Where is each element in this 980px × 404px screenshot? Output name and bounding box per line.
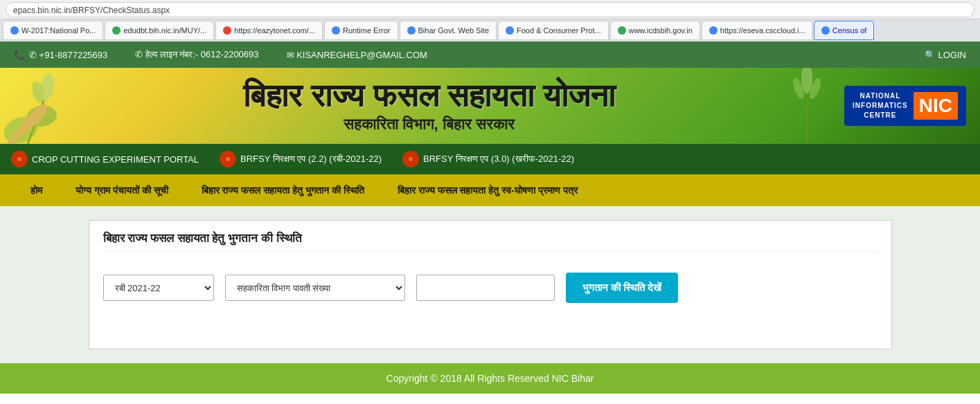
yellow-nav-bar: होम योग्य ग्राम पंचायतों की सूची बिहार र… <box>0 174 980 206</box>
content-box-title: बिहार राज्य फसल सहायता हेतु भुगतान की स्… <box>103 232 877 252</box>
top-info-bar: 📞 ✆ +91-8877225693 ✆ हेल्प लाइन नंबर:- 0… <box>0 42 980 68</box>
tab-label-3: https://eazytonet.com/... <box>234 26 315 35</box>
site-title-main: बिहार राज्य फसल सहायता योजना <box>14 78 844 113</box>
phone-contact: 📞 ✆ +91-8877225693 <box>14 50 107 60</box>
login-link[interactable]: 🔍 LOGIN <box>925 50 966 60</box>
tab-favicon-3 <box>223 26 231 35</box>
header-banner: बिहार राज्य फसल सहायता योजना सहकारिता वि… <box>0 68 980 144</box>
tab-label-5: Bihar Govt. Web Site <box>418 26 490 35</box>
phone-icon: 📞 <box>14 50 25 60</box>
email-text: ✉ KISANREGHELP@GMAIL.COM <box>287 50 427 60</box>
tab-label-9: Census of <box>832 26 867 35</box>
tab-4[interactable]: Runtime Error <box>324 21 398 40</box>
tab-5[interactable]: Bihar Govt. Web Site <box>400 21 497 40</box>
content-spacer <box>103 310 877 338</box>
banner-center: बिहार राज्य फसल सहायता योजना सहकारिता वि… <box>14 78 844 134</box>
dark-nav-bar: CROP CUTTING EXPERIMENT PORTAL BRFSY निर… <box>0 144 980 174</box>
check-status-button[interactable]: भुगतान की स्थिति देखें <box>566 273 679 303</box>
yellow-nav-home[interactable]: होम <box>14 174 59 206</box>
tab-8[interactable]: https://eseva.csccloud.i... <box>702 21 812 40</box>
url-bar[interactable]: epacs.bin.nic.in/BRFSY/CheckStatus.aspx <box>6 2 974 17</box>
tab-1[interactable]: W-2017:National Po... <box>3 21 103 40</box>
svg-point-10 <box>17 157 21 161</box>
footer-text: Copyright © 2018 All Rights Reserved NIC… <box>386 373 594 384</box>
tab-2[interactable]: edudbt.bih.nic.in/MUY/... <box>105 21 214 40</box>
content-box: बिहार राज्य फसल सहायता हेतु भुगतान की स्… <box>89 220 892 349</box>
tab-7[interactable]: www.icdsbih.gov.in <box>610 21 700 40</box>
tab-label-6: Food & Consumer Prot... <box>517 26 601 35</box>
tab-label-2: edudbt.bih.nic.in/MUY/... <box>123 26 206 35</box>
nic-text: NATIONAL INFORMATICS CENTRE <box>853 91 908 120</box>
payment-status-form: रबी 2021-22 सहकारिता विभाग पावती संख्या … <box>103 266 877 310</box>
dark-nav-label-2: BRFSY निरक्षण एप (2.2) (रबी-2021-22) <box>240 154 382 165</box>
tab-label-1: W-2017:National Po... <box>21 26 96 35</box>
helpline-contact: ✆ हेल्प लाइन नंबर:- 0612-2200693 <box>135 49 258 60</box>
svg-point-12 <box>226 157 230 161</box>
nic-line1: NATIONAL <box>853 91 908 101</box>
dark-nav-item-2[interactable]: BRFSY निरक्षण एप (2.2) (रबी-2021-22) <box>220 151 382 167</box>
tabs-bar: W-2017:National Po... edudbt.bih.nic.in/… <box>0 19 980 42</box>
nic-brand: NIC <box>914 92 958 120</box>
tab-favicon-8 <box>709 26 718 35</box>
crop-cutting-icon <box>11 151 28 167</box>
nic-logo: NATIONAL INFORMATICS CENTRE NIC <box>844 86 966 126</box>
tab-favicon-9 <box>821 26 830 35</box>
brfsy-30-icon <box>402 151 419 167</box>
nic-line2: INFORMATICS <box>853 101 908 111</box>
tab-favicon-7 <box>618 26 626 35</box>
tab-favicon-2 <box>112 26 121 35</box>
dark-nav-item-1[interactable]: CROP CUTTING EXPERIMENT PORTAL <box>11 151 199 167</box>
svg-point-14 <box>409 157 413 161</box>
yellow-nav-self-declaration[interactable]: बिहार राज्य फसल सहायता हेतु स्व-घोषणा प्… <box>381 174 594 206</box>
tab-3[interactable]: https://eazytonet.com/... <box>215 21 323 40</box>
tab-6[interactable]: Food & Consumer Prot... <box>498 21 609 40</box>
dark-nav-item-3[interactable]: BRFSY निरक्षण एप (3.0) (खरीफ-2021-22) <box>402 151 574 167</box>
tab-9[interactable]: Census of <box>814 21 875 40</box>
nic-line3: CENTRE <box>853 111 908 120</box>
browser-bar: epacs.bin.nic.in/BRFSY/CheckStatus.aspx <box>0 0 980 19</box>
yellow-nav-payment-status[interactable]: बिहार राज्य फसल सहायता हेतु भुगतान की स्… <box>185 174 381 206</box>
email-contact: ✉ KISANREGHELP@GMAIL.COM <box>287 50 427 60</box>
tab-label-4: Runtime Error <box>343 26 390 35</box>
dark-nav-label-1: CROP CUTTING EXPERIMENT PORTAL <box>32 154 199 165</box>
tab-favicon-5 <box>407 26 416 35</box>
tab-label-8: https://eseva.csccloud.i... <box>720 26 805 35</box>
season-select[interactable]: रबी 2021-22 <box>103 275 214 301</box>
helpline-text: ✆ हेल्प लाइन नंबर:- 0612-2200693 <box>135 49 258 60</box>
tab-favicon-6 <box>506 26 514 35</box>
site-title-sub: सहकारिता विभाग, बिहार सरकार <box>14 116 844 134</box>
tab-favicon-4 <box>332 26 340 35</box>
dark-nav-label-3: BRFSY निरक्षण एप (3.0) (खरीफ-2021-22) <box>423 154 574 165</box>
main-content: बिहार राज्य फसल सहायता हेतु भुगतान की स्… <box>0 206 980 363</box>
id-type-select[interactable]: सहकारिता विभाग पावती संख्या <box>225 275 405 301</box>
brfsy-22-icon <box>220 151 236 167</box>
phone-number: ✆ +91-8877225693 <box>29 50 107 60</box>
login-text: 🔍 LOGIN <box>925 50 966 60</box>
tab-label-7: www.icdsbih.gov.in <box>629 26 693 35</box>
footer: Copyright © 2018 All Rights Reserved NIC… <box>0 363 980 394</box>
id-input[interactable] <box>416 275 555 301</box>
yellow-nav-gram-panchayat[interactable]: योग्य ग्राम पंचायतों की सूची <box>59 174 185 206</box>
tab-favicon-1 <box>10 26 19 35</box>
